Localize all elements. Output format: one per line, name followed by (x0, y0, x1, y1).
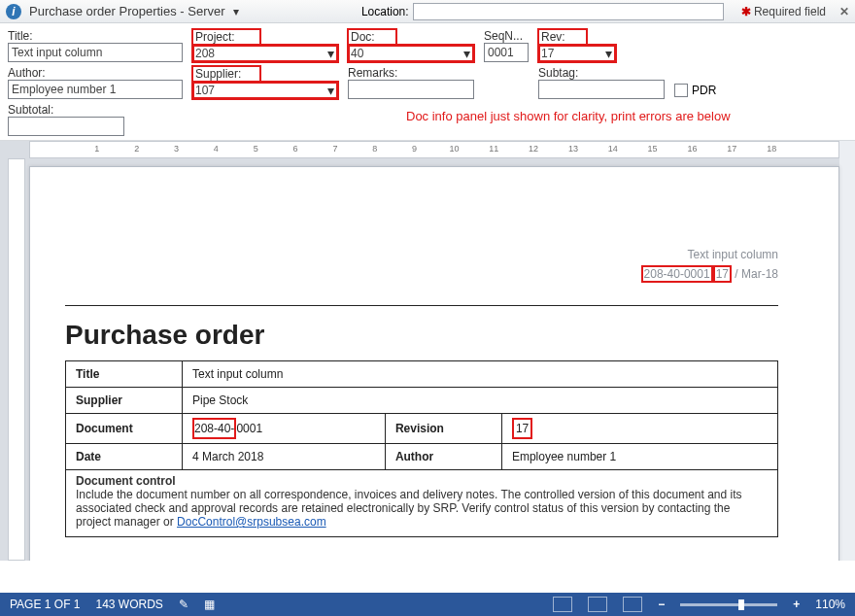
location-label: Location: (361, 5, 409, 18)
project-label: Project: (192, 29, 260, 45)
docctl-body: Include the document number on all corre… (76, 488, 742, 529)
revision-val: 17 (501, 414, 777, 444)
pdr-label: PDR (692, 84, 716, 97)
view-web-icon[interactable] (623, 597, 642, 612)
status-page[interactable]: PAGE 1 OF 1 (10, 598, 80, 611)
document-page: Text input column 208-40-000117 / Mar-18… (29, 166, 839, 561)
zoom-out-button[interactable]: − (658, 598, 665, 611)
vertical-ruler[interactable] (8, 158, 25, 561)
author-label: Author: (8, 66, 183, 80)
status-words[interactable]: 143 WORDS (95, 598, 162, 611)
doc-select[interactable] (348, 45, 474, 62)
seqn-input[interactable] (484, 43, 529, 62)
zoom-slider[interactable] (680, 603, 777, 606)
view-print-icon[interactable] (588, 597, 607, 612)
author-val: Employee number 1 (501, 444, 777, 470)
table-row: Document 208-40-0001 Revision 17 (66, 414, 778, 444)
properties-header: i Purchase order Properties - Server ▾ L… (0, 0, 855, 23)
close-icon[interactable]: ✕ (839, 5, 849, 18)
spellcheck-icon[interactable]: ✎ (179, 598, 188, 611)
table-row: Supplier Pipe Stock (66, 388, 778, 414)
required-star-icon: ✱ (741, 5, 751, 18)
subtotal-input[interactable] (8, 117, 124, 136)
project-select[interactable] (192, 45, 338, 62)
rev-label: Rev: (538, 29, 587, 45)
location-input[interactable] (413, 3, 724, 20)
purchase-order-table: Title Text input column Supplier Pipe St… (65, 360, 778, 470)
properties-panel: Title: Project: Doc: SeqN... Rev: Author… (0, 23, 855, 141)
supplier-select[interactable] (192, 82, 338, 99)
remarks-label: Remarks: (348, 66, 474, 80)
supplier-key: Supplier (66, 388, 183, 414)
macro-icon[interactable]: ▦ (204, 598, 215, 611)
table-row: Title Text input column (66, 361, 778, 388)
zoom-in-button[interactable]: + (793, 598, 800, 611)
docctl-email-link[interactable]: DocControl@srpsubsea.com (177, 515, 326, 529)
date-val: 4 March 2018 (183, 444, 386, 470)
checkbox-box-icon (674, 84, 688, 97)
doc-label: Doc: (348, 29, 396, 45)
docctl-title: Document control (76, 474, 768, 488)
author-key: Author (385, 444, 501, 470)
subtag-input[interactable] (538, 80, 665, 99)
rev-select[interactable] (538, 45, 616, 62)
page-header-code: 208-40-000117 / Mar-18 (641, 264, 778, 284)
date-key: Date (66, 444, 183, 470)
document-key: Document (66, 414, 183, 444)
chevron-down-icon[interactable]: ▾ (233, 5, 239, 18)
zoom-level[interactable]: 110% (815, 598, 845, 611)
subtotal-label: Subtotal: (8, 103, 124, 117)
status-bar: PAGE 1 OF 1 143 WORDS ✎ ▦ − + 110% (0, 593, 855, 616)
document-area: 123456789101112131415161718 Text input c… (0, 141, 855, 561)
author-input[interactable] (8, 80, 183, 99)
page-title: Purchase order (65, 320, 778, 351)
horizontal-ruler[interactable]: 123456789101112131415161718 (29, 141, 839, 158)
title-label: Title: (8, 29, 183, 43)
properties-title: Purchase order Properties - Server (29, 4, 225, 18)
page-header-right: Text input column 208-40-000117 / Mar-18 (641, 245, 778, 284)
document-val: 208-40-0001 (183, 414, 386, 444)
horizontal-divider (65, 305, 778, 306)
seqn-label: SeqN... (484, 29, 529, 43)
subtag-label: Subtag: (538, 66, 665, 80)
supplier-val: Pipe Stock (183, 388, 778, 414)
page-header-title: Text input column (641, 245, 778, 264)
title-val: Text input column (183, 361, 778, 388)
table-row: Date 4 March 2018 Author Employee number… (66, 444, 778, 470)
required-field-label: Required field (754, 5, 826, 18)
title-input[interactable] (8, 43, 183, 62)
view-read-icon[interactable] (553, 597, 572, 612)
revision-key: Revision (385, 414, 501, 444)
annotation-text: Doc info panel just shown for clarity, p… (406, 109, 731, 130)
vertical-scrollbar[interactable] (839, 141, 855, 561)
supplier-label: Supplier: (192, 66, 260, 82)
info-icon: i (6, 4, 21, 19)
title-key: Title (66, 361, 183, 388)
remarks-input[interactable] (348, 80, 474, 99)
pdr-checkbox[interactable]: PDR (674, 82, 716, 99)
document-control-block: Document control Include the document nu… (65, 470, 778, 537)
